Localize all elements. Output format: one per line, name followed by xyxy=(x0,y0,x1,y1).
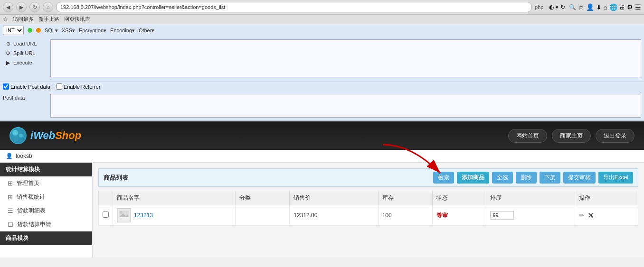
svg-point-0 xyxy=(10,128,26,143)
split-url-button[interactable]: ⚙ Split URL xyxy=(3,49,47,57)
header-nav: 网站首页 商家主页 退出登录 xyxy=(508,129,635,143)
svg-point-1 xyxy=(12,130,18,136)
forward-button[interactable]: ▶ xyxy=(16,2,27,12)
postdata-input[interactable] xyxy=(50,94,641,118)
load-url-label: Load URL xyxy=(13,41,37,46)
enable-post-checkbox[interactable]: Enable Post data xyxy=(3,83,50,90)
home-button[interactable]: ⌂ xyxy=(43,2,53,12)
split-url-label: Split URL xyxy=(13,50,35,56)
sidebar-item-payment-apply[interactable]: ☐ 货款结算申请 xyxy=(0,218,92,231)
refresh-button[interactable]: ↻ xyxy=(29,2,40,12)
table-header-row: 商品名字 分类 销售价 库存 状态 排序 操作 xyxy=(99,191,638,205)
bookmarks-bar: ☆ 访问最多 新手上路 网页快讯库 xyxy=(0,15,644,24)
row-checkbox-cell xyxy=(99,205,113,226)
other-menu[interactable]: Other▾ xyxy=(139,28,155,34)
browser-chrome: ◀ ▶ ↻ ⌂ php | ◐ ▾ ↻ 🔍 ☆ 👤 ⬇ ⌂ 🌐 🖨 ⚙ ☰ xyxy=(0,0,644,121)
delete-button[interactable]: 删除 xyxy=(516,172,537,184)
edit-icon[interactable]: ✏ xyxy=(579,212,585,219)
settings-icon[interactable]: ⚙ xyxy=(627,3,633,11)
moon-icon: ◐ xyxy=(549,4,554,10)
nav-merchant-button[interactable]: 商家主页 xyxy=(552,129,591,143)
address-icons: php | ◐ ▾ ↻ 🔍 ☆ 👤 ⬇ ⌂ 🌐 🖨 ⚙ ☰ xyxy=(535,3,641,11)
user-icon: 👤 xyxy=(6,153,13,159)
row-stock-cell: 100 xyxy=(378,205,432,226)
row-name-cell: 123213 xyxy=(113,205,236,226)
orange-dot-icon xyxy=(36,28,41,33)
row-checkbox[interactable] xyxy=(103,212,109,218)
action-icons: ✏ ✕ xyxy=(579,211,634,220)
sql-menu[interactable]: SQL▾ xyxy=(45,28,58,34)
back-button[interactable]: ◀ xyxy=(3,2,13,12)
encryption-menu[interactable]: Encryption▾ xyxy=(79,28,106,34)
hackbar-main: ⊙ Load URL ⚙ Split URL ▶ Execute xyxy=(0,37,644,82)
product-list-header: 商品列表 检索 添加商品 全选 删除 下架 提交审核 导出Excel xyxy=(98,168,638,187)
add-product-button[interactable]: 添加商品 xyxy=(457,172,489,184)
select-all-button[interactable]: 全选 xyxy=(492,172,513,184)
product-name-link[interactable]: 123213 xyxy=(134,212,153,219)
col-name: 商品名字 xyxy=(113,191,236,205)
nav-home-button[interactable]: 网站首页 xyxy=(508,129,547,143)
menu-icon[interactable]: ☰ xyxy=(635,3,641,11)
product-table: 商品名字 分类 销售价 库存 状态 排序 操作 xyxy=(98,191,638,226)
sidebar-item-apply-label: 货款结算申请 xyxy=(17,221,51,229)
split-icon: ⚙ xyxy=(5,50,11,56)
search-button[interactable]: 检索 xyxy=(433,172,454,184)
apply-sidebar-icon: ☐ xyxy=(8,221,13,228)
sidebar-item-sales[interactable]: ⊞ 销售额统计 xyxy=(0,190,92,204)
logo-shop: Shop xyxy=(55,129,81,141)
product-header-buttons: 检索 添加商品 全选 删除 下架 提交审核 导出Excel xyxy=(433,172,633,184)
col-status: 状态 xyxy=(432,191,486,205)
bookmark-visited[interactable]: 访问最多 xyxy=(13,16,34,23)
home-icon2[interactable]: ⌂ xyxy=(604,3,607,11)
status-badge: 等审 xyxy=(436,212,448,219)
svg-point-3 xyxy=(14,137,19,142)
hackbar-toolbar: INT SQL▾ XSS▾ Encryption▾ Encoding▾ Othe… xyxy=(0,24,644,37)
row-category-cell xyxy=(236,205,290,226)
load-url-button[interactable]: ⊙ Load URL xyxy=(3,39,47,48)
username-label: looksb xyxy=(16,153,32,159)
execute-button[interactable]: ▶ Execute xyxy=(3,58,47,67)
submit-review-button[interactable]: 提交审核 xyxy=(563,172,596,184)
rank-input[interactable] xyxy=(490,211,514,220)
hackbar-url-input[interactable] xyxy=(50,39,641,77)
sidebar-item-sales-label: 销售额统计 xyxy=(17,193,45,201)
product-list-area: 商品列表 检索 添加商品 全选 删除 下架 提交审核 导出Excel xyxy=(98,168,638,226)
enable-post-input[interactable] xyxy=(3,83,9,90)
sidebar-item-home[interactable]: ⊞ 管理首页 xyxy=(0,176,92,190)
col-stock: 库存 xyxy=(378,191,432,205)
product-list-title: 商品列表 xyxy=(104,174,128,182)
encoding-menu[interactable]: Encoding▾ xyxy=(110,28,135,34)
bookmark-quicklib[interactable]: 网页快讯库 xyxy=(64,16,90,23)
offline-button[interactable]: 下架 xyxy=(540,172,560,184)
product-module-header: 商品模块 xyxy=(0,231,92,245)
download-icon[interactable]: ⬇ xyxy=(596,3,602,11)
execute-icon: ▶ xyxy=(5,59,11,66)
hackbar-action-sidebar: ⊙ Load URL ⚙ Split URL ▶ Execute xyxy=(1,37,48,81)
enable-referrer-input[interactable] xyxy=(56,83,62,90)
refresh-icon: ↻ xyxy=(560,4,565,10)
sidebar-item-payment-detail[interactable]: ☰ 货款明细表 xyxy=(0,204,92,218)
hackbar-type-select[interactable]: INT xyxy=(3,26,24,35)
xss-menu[interactable]: XSS▾ xyxy=(62,28,75,34)
enable-referrer-checkbox[interactable]: Enable Referrer xyxy=(56,83,101,90)
postdata-label: Post data xyxy=(1,92,48,120)
row-price-cell: 12312.00 xyxy=(290,205,378,226)
person-icon[interactable]: 👤 xyxy=(586,3,594,11)
export-excel-button[interactable]: 导出Excel xyxy=(598,172,633,184)
enable-post-label: Enable Post data xyxy=(10,84,50,90)
content-wrapper: 统计结算模块 ⊞ 管理首页 ⊞ 销售额统计 ☰ 货款明细表 ☐ 货款结算申请 商… xyxy=(0,163,644,258)
iwebshop-header: iWebShop 网站首页 商家主页 退出登录 xyxy=(0,121,644,150)
printer-icon[interactable]: 🖨 xyxy=(619,4,625,10)
delete-row-icon[interactable]: ✕ xyxy=(587,211,594,220)
globe-icon[interactable]: 🌐 xyxy=(609,3,617,11)
col-price: 销售价 xyxy=(290,191,378,205)
execute-label: Execute xyxy=(13,60,32,65)
star-icon[interactable]: ☆ xyxy=(578,3,584,11)
url-input[interactable] xyxy=(56,2,532,12)
payment-sidebar-icon: ☰ xyxy=(8,207,13,214)
hackbar-postdata-row: Post data xyxy=(0,91,644,120)
hackbar-options-row: Enable Post data Enable Referrer xyxy=(0,82,644,91)
page-root: ◀ ▶ ↻ ⌂ php | ◐ ▾ ↻ 🔍 ☆ 👤 ⬇ ⌂ 🌐 🖨 ⚙ ☰ xyxy=(0,0,644,258)
nav-logout-button[interactable]: 退出登录 xyxy=(596,129,635,143)
bookmark-newbie[interactable]: 新手上路 xyxy=(38,16,59,23)
